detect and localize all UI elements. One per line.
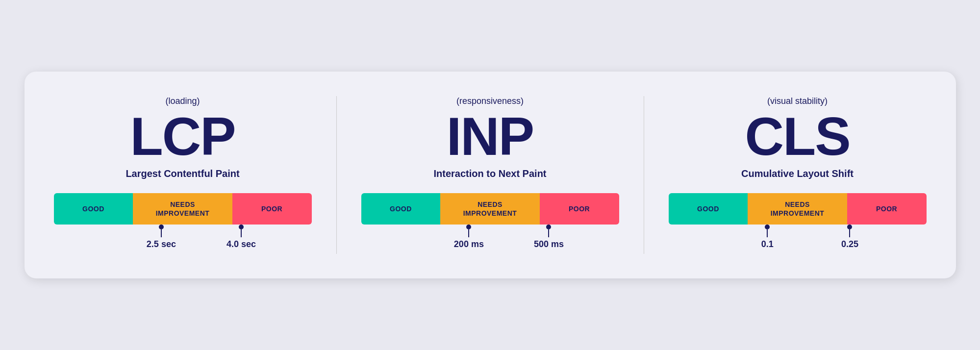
cls-bar-needs: NEEDSIMPROVEMENT [748,193,847,225]
cls-bar-good: GOOD [669,193,748,225]
inp-value-2: 500 ms [534,239,564,250]
cls-needs-label: NEEDSIMPROVEMENT [771,200,825,218]
cls-acronym: CLS [745,109,850,163]
metric-inp: (responsiveness) INP Interaction to Next… [361,96,619,254]
inp-bar: GOOD NEEDSIMPROVEMENT POOR [361,193,619,225]
inp-bar-good: GOOD [361,193,441,225]
cls-poor-label: POOR [876,204,897,213]
lcp-thresholds: 2.5 sec 4.0 sec [54,225,312,254]
inp-poor-label: POOR [569,204,590,213]
lcp-subtitle: (loading) [165,96,200,106]
inp-value-1: 200 ms [454,239,484,250]
metrics-card: (loading) LCP Largest Contentful Paint G… [25,72,956,278]
lcp-line-1 [161,229,162,237]
inp-dot-2 [546,225,551,229]
lcp-value-1: 2.5 sec [147,239,176,250]
lcp-marker-2: 4.0 sec [226,225,256,250]
inp-thresholds: 200 ms 500 ms [361,225,619,254]
lcp-bar-poor: POOR [232,193,312,225]
lcp-value-2: 4.0 sec [226,239,256,250]
cls-line-1 [767,229,768,237]
cls-bar: GOOD NEEDSIMPROVEMENT POOR [669,193,927,225]
cls-good-label: GOOD [697,204,719,213]
cls-bar-poor: POOR [847,193,927,225]
lcp-bar-good: GOOD [54,193,133,225]
inp-bar-poor: POOR [540,193,619,225]
inp-marker-2: 500 ms [534,225,564,250]
cls-thresholds: 0.1 0.25 [669,225,927,254]
inp-good-label: GOOD [390,204,412,213]
cls-marker-2: 0.25 [841,225,858,250]
cls-value-1: 0.1 [761,239,774,250]
cls-fullname: Cumulative Layout Shift [741,168,854,179]
inp-bar-wrapper: GOOD NEEDSIMPROVEMENT POOR 200 ms [361,193,619,254]
cls-marker-1: 0.1 [761,225,774,250]
inp-needs-label: NEEDSIMPROVEMENT [463,200,517,218]
lcp-good-label: GOOD [82,204,104,213]
lcp-bar-wrapper: GOOD NEEDSIMPROVEMENT POOR 2.5 sec [54,193,312,254]
inp-dot-1 [466,225,471,229]
inp-subtitle: (responsiveness) [456,96,524,106]
inp-bar-needs: NEEDSIMPROVEMENT [440,193,539,225]
metric-cls: (visual stability) CLS Cumulative Layout… [669,96,927,254]
cls-bar-wrapper: GOOD NEEDSIMPROVEMENT POOR 0.1 [669,193,927,254]
inp-fullname: Interaction to Next Paint [433,168,546,179]
divider-2 [644,96,644,254]
divider-1 [336,96,337,254]
lcp-poor-label: POOR [261,204,282,213]
cls-dot-1 [765,225,770,229]
inp-line-2 [548,229,549,237]
cls-dot-2 [847,225,852,229]
lcp-fullname: Largest Contentful Paint [126,168,239,179]
lcp-dot-2 [239,225,244,229]
lcp-acronym: LCP [130,109,235,163]
inp-acronym: INP [447,109,533,163]
lcp-dot-1 [159,225,164,229]
lcp-bar: GOOD NEEDSIMPROVEMENT POOR [54,193,312,225]
cls-value-2: 0.25 [841,239,858,250]
lcp-marker-1: 2.5 sec [147,225,176,250]
cls-line-2 [849,229,850,237]
inp-marker-1: 200 ms [454,225,484,250]
lcp-needs-label: NEEDSIMPROVEMENT [156,200,210,218]
metric-lcp: (loading) LCP Largest Contentful Paint G… [54,96,312,254]
cls-subtitle: (visual stability) [767,96,828,106]
inp-line-1 [468,229,469,237]
lcp-line-2 [241,229,242,237]
lcp-bar-needs: NEEDSIMPROVEMENT [133,193,232,225]
